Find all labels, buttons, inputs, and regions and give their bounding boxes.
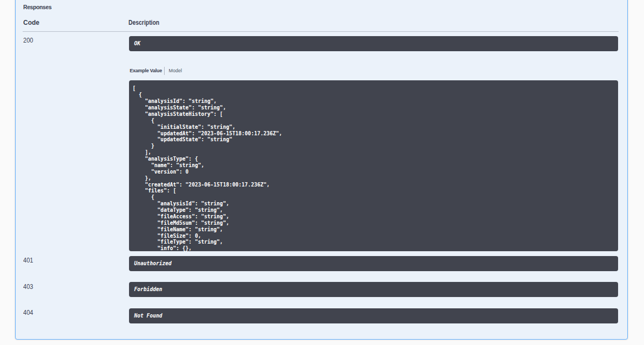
response-code-403: 403 xyxy=(23,282,35,291)
responses-title: Responses xyxy=(23,4,51,11)
column-header-description: Description xyxy=(128,18,167,27)
example-value-code-block: [ { "analysisId": "string", "analysisSta… xyxy=(129,80,619,251)
tab-example-value[interactable]: Example Value xyxy=(130,67,162,75)
tab-separator xyxy=(164,67,165,75)
tab-model[interactable]: Model xyxy=(168,67,182,75)
response-description-404: Not Found xyxy=(129,308,619,323)
responses-section: Responses Code Description 200 OK Exampl… xyxy=(23,0,619,345)
example-model-tabs: Example Value Model xyxy=(130,67,182,75)
column-header-code: Code xyxy=(23,18,41,27)
response-code-404: 404 xyxy=(23,308,35,316)
response-code-401: 401 xyxy=(23,256,35,264)
table-header-divider xyxy=(23,31,619,32)
response-code-200: 200 xyxy=(23,36,35,44)
response-description-200: OK xyxy=(129,36,619,51)
response-description-401: Unauthorized xyxy=(129,256,619,271)
response-description-403: Forbidden xyxy=(129,282,619,297)
